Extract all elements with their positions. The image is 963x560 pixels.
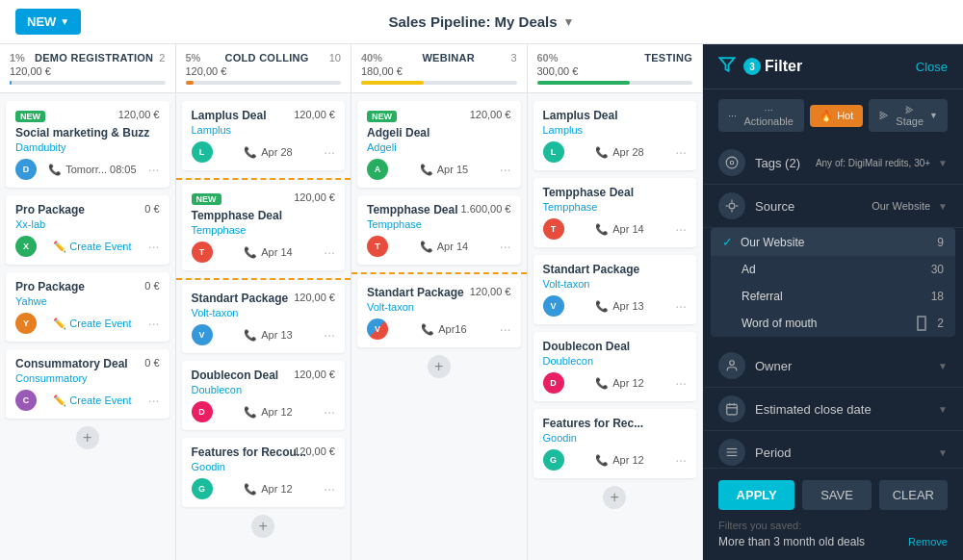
deal-more-button[interactable]: ··· — [148, 162, 160, 177]
deal-company[interactable]: Goodin — [192, 461, 336, 472]
deal-company[interactable]: Consummatory — [15, 372, 160, 384]
deal-company[interactable]: Goodin — [543, 432, 688, 444]
filter-close-date-row[interactable]: Estimated close date ▼ — [703, 388, 963, 431]
cursor-indicator — [917, 316, 926, 331]
source-option-word_of_mouth[interactable]: Word of mouth 2 — [711, 310, 955, 337]
calendar-icon — [718, 395, 745, 422]
deal-company[interactable]: Volt-taxon — [192, 307, 336, 318]
deal-company[interactable]: Volt-taxon — [367, 301, 511, 313]
deal-more-button[interactable]: ··· — [675, 375, 687, 391]
filter-source-row[interactable]: Source Our Website ▼ — [703, 185, 963, 228]
deal-company[interactable]: Damdubity — [15, 141, 160, 153]
add-card-button[interactable]: + — [428, 355, 451, 378]
deal-card[interactable]: 120,00 € Standart Package Volt-taxon V 📞… — [182, 284, 346, 353]
source-option-referral[interactable]: Referral 18 — [711, 283, 955, 310]
deal-card[interactable]: 120,00 € Lamplus Deal Lamplus L 📞 Apr 28… — [182, 101, 346, 170]
deal-more-button[interactable]: ··· — [148, 239, 160, 254]
kanban-col-webinar: NEW 120,00 € Adgeli Deal Adgeli A 📞 Apr … — [351, 93, 528, 560]
deal-more-button[interactable]: ··· — [324, 244, 335, 260]
source-option-our_website[interactable]: ✓ Our Website 9 — [711, 228, 955, 256]
new-button-caret[interactable]: ▼ — [60, 16, 69, 27]
deal-company[interactable]: Yahwe — [15, 295, 160, 307]
remove-filter-button[interactable]: Remove — [908, 536, 948, 547]
check-icon: ✓ — [722, 235, 733, 249]
deal-company[interactable]: Tempphase — [367, 218, 511, 230]
filter-type-actionable[interactable]: ··· ··· Actionable — [718, 99, 804, 132]
deal-company[interactable]: Lamplus — [192, 124, 336, 136]
deal-card[interactable]: NEW 120,00 € Social marketing & Buzz Dam… — [6, 101, 169, 188]
avatar: T — [192, 242, 213, 263]
deal-more-button[interactable]: ··· — [324, 481, 335, 496]
deal-company[interactable]: Tempphase — [192, 224, 336, 236]
deal-more-button[interactable]: ··· — [324, 144, 335, 160]
create-event-button[interactable]: ✏️ Create Event — [53, 395, 131, 407]
deal-company[interactable]: Doublecon — [192, 384, 336, 395]
filter-tags-row[interactable]: Tags (2) Any of: DigiMail redits, 30+ ▼ — [703, 141, 963, 185]
deal-card[interactable]: Features for Rec... Goodin G 📞 Apr 12 ··… — [534, 409, 697, 478]
deal-more-button[interactable]: ··· — [324, 327, 335, 343]
deal-card[interactable]: Standart Package Volt-taxon V 📞 Apr 13 ·… — [534, 255, 697, 324]
deal-amount: 120,00 € — [294, 109, 335, 120]
filter-period-row[interactable]: Period ▼ — [703, 431, 963, 468]
create-event-button[interactable]: ✏️ Create Event — [53, 241, 131, 253]
deal-card[interactable]: NEW 120,00 € Adgeli Deal Adgeli A 📞 Apr … — [357, 101, 521, 188]
filter-type-stage[interactable]: ⫸ ⫸ Stage ▼ — [869, 99, 948, 132]
filter-body: Tags (2) Any of: DigiMail redits, 30+ ▼ … — [703, 141, 963, 468]
create-event-button[interactable]: ✏️ Create Event — [53, 318, 131, 330]
clear-button[interactable]: CLEAR — [879, 480, 948, 510]
add-card-button[interactable]: + — [603, 486, 626, 509]
save-button[interactable]: SAVE — [802, 480, 871, 510]
deal-name: Tempphase Deal — [543, 186, 688, 199]
deal-more-button[interactable]: ··· — [324, 404, 335, 420]
deal-card[interactable]: Doublecon Deal Doublecon D 📞 Apr 12 ··· — [534, 332, 697, 401]
phone-icon: 📞 — [420, 164, 433, 176]
deal-company[interactable]: Doublecon — [543, 355, 688, 367]
deal-more-button[interactable]: ··· — [500, 162, 511, 177]
deal-more-button[interactable]: ··· — [148, 393, 160, 408]
svg-point-8 — [730, 361, 735, 366]
avatar: A — [367, 159, 388, 180]
deal-card[interactable]: Tempphase Deal Tempphase T 📞 Apr 14 ··· — [534, 178, 697, 247]
deal-company[interactable]: Adgeli — [367, 141, 511, 153]
deal-date: Apr 14 — [612, 223, 643, 235]
filter-type-hot[interactable]: 🔥 Hot — [810, 105, 863, 127]
deal-card[interactable]: 0 € Pro Package Yahwe Y ✏️ Create Event … — [6, 272, 169, 342]
filter-close-button[interactable]: Close — [916, 60, 948, 74]
stage-amount: 300,00 € — [537, 65, 693, 77]
new-button-group[interactable]: NEW ▼ — [15, 9, 81, 35]
deal-card[interactable]: 120,00 € Features for Recou... Goodin G … — [182, 438, 346, 507]
deal-card[interactable]: 120,00 € Standart Package Volt-taxon V 📞… — [357, 278, 521, 347]
deal-card[interactable]: NEW 120,00 € Tempphase Deal Tempphase T … — [182, 184, 346, 270]
deal-company[interactable]: Volt-taxon — [543, 278, 688, 290]
deal-more-button[interactable]: ··· — [500, 239, 511, 254]
deal-more-button[interactable]: ··· — [500, 321, 511, 337]
deal-company[interactable]: Tempphase — [543, 201, 688, 213]
deal-name: Lamplus Deal — [543, 109, 688, 122]
source-option-ad[interactable]: Ad 30 — [711, 256, 955, 283]
source-option-name: Ad — [742, 263, 931, 276]
new-button[interactable]: NEW ▼ — [15, 9, 81, 35]
apply-button[interactable]: APPLY — [718, 480, 794, 510]
deal-card[interactable]: 0 € Consummatory Deal Consummatory C ✏️ … — [6, 349, 169, 419]
deal-card[interactable]: 1.600,00 € Tempphase Deal Tempphase T 📞 … — [357, 195, 521, 265]
deal-company[interactable]: Lamplus — [543, 124, 688, 136]
stage-pct: 5% — [186, 52, 201, 64]
deal-more-button[interactable]: ··· — [675, 452, 687, 468]
deal-company[interactable]: Xx-lab — [15, 218, 160, 230]
deal-card[interactable]: 0 € Pro Package Xx-lab X ✏️ Create Event… — [6, 195, 169, 265]
stage-separator — [351, 272, 527, 274]
add-card-button[interactable]: + — [76, 426, 99, 449]
filter-owner-row[interactable]: Owner ▼ — [703, 344, 963, 388]
pipeline-caret[interactable]: ▼ — [563, 15, 575, 29]
deal-more-button[interactable]: ··· — [675, 221, 687, 237]
deal-date: Apr 12 — [261, 406, 292, 418]
deal-more-button[interactable]: ··· — [148, 316, 160, 331]
deal-more-button[interactable]: ··· — [675, 298, 687, 314]
deal-card[interactable]: Lamplus Deal Lamplus L 📞 Apr 28 ··· — [534, 101, 697, 170]
deal-more-button[interactable]: ··· — [675, 144, 687, 160]
owner-caret-icon: ▼ — [938, 361, 948, 371]
add-card-button[interactable]: + — [251, 515, 274, 538]
stage-progress-fill — [186, 81, 194, 85]
deal-card[interactable]: 120,00 € Doublecon Deal Doublecon D 📞 Ap… — [182, 361, 346, 430]
deal-amount: 120,00 € — [470, 286, 511, 297]
